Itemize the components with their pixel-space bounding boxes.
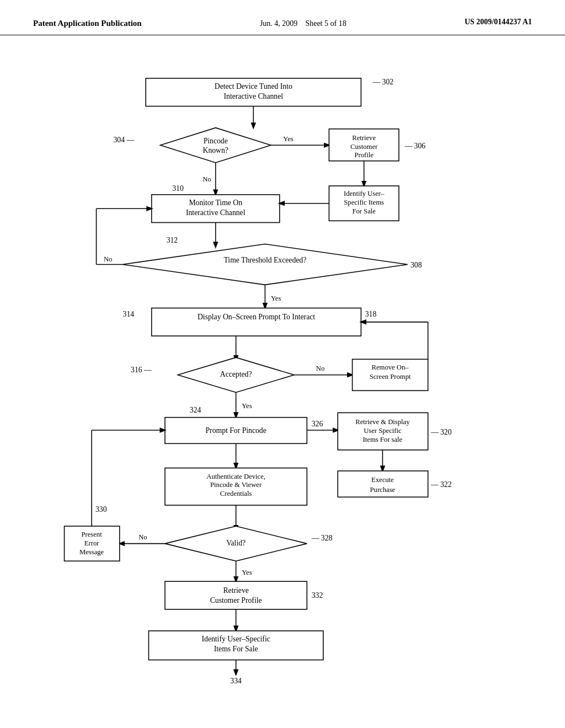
svg-text:304 —: 304 — bbox=[113, 136, 134, 144]
flowchart-svg: Detect Device Tuned Into Interactive Cha… bbox=[0, 46, 565, 686]
publication-date: Jun. 4, 2009 bbox=[260, 19, 297, 28]
svg-text:324: 324 bbox=[190, 406, 201, 414]
svg-text:— 322: — 322 bbox=[430, 480, 452, 489]
svg-text:332: 332 bbox=[312, 591, 323, 599]
svg-text:318: 318 bbox=[365, 310, 377, 318]
svg-text:Identify  User–: Identify User– bbox=[344, 190, 385, 197]
svg-text:Accepted?: Accepted? bbox=[220, 370, 252, 378]
svg-text:Specific  Items: Specific Items bbox=[344, 199, 384, 206]
svg-text:Remove  On–: Remove On– bbox=[372, 363, 409, 371]
svg-text:Interactive  Channel: Interactive Channel bbox=[223, 92, 283, 100]
svg-text:Known?: Known? bbox=[203, 146, 228, 154]
svg-text:Pincode: Pincode bbox=[204, 137, 228, 145]
svg-text:Display  On–Screen  Prompt  To: Display On–Screen Prompt To Interact bbox=[198, 313, 315, 321]
svg-text:Execute: Execute bbox=[371, 476, 394, 484]
svg-text:326: 326 bbox=[312, 420, 323, 428]
svg-text:— 302: — 302 bbox=[372, 78, 393, 86]
svg-text:310: 310 bbox=[172, 184, 184, 192]
svg-text:Authenticate  Device,: Authenticate Device, bbox=[206, 473, 265, 480]
svg-text:No: No bbox=[202, 175, 211, 183]
svg-text:For  Sale: For Sale bbox=[352, 207, 376, 215]
svg-text:Present: Present bbox=[81, 531, 102, 538]
svg-text:312: 312 bbox=[167, 236, 178, 244]
page-header: Patent Application Publication Jun. 4, 2… bbox=[0, 0, 565, 35]
svg-marker-5 bbox=[161, 128, 271, 163]
header-center: Jun. 4, 2009 Sheet 5 of 18 bbox=[260, 18, 347, 29]
patent-number: US 2009/0144237 A1 bbox=[465, 18, 532, 26]
svg-text:User  Specific: User Specific bbox=[364, 427, 402, 435]
svg-text:No: No bbox=[138, 533, 147, 541]
svg-text:Customer: Customer bbox=[350, 143, 378, 151]
svg-text:Interactive  Channel: Interactive Channel bbox=[186, 208, 246, 217]
diagram-area: Detect Device Tuned Into Interactive Cha… bbox=[0, 46, 565, 686]
header-left: Patent Application Publication bbox=[33, 18, 142, 29]
svg-text:Time  Threshold  Exceeded?: Time Threshold Exceeded? bbox=[223, 256, 306, 264]
svg-text:Prompt  For  Pincode: Prompt For Pincode bbox=[206, 426, 266, 435]
svg-text:Error: Error bbox=[84, 539, 99, 547]
svg-text:Items  For  Sale: Items For Sale bbox=[214, 645, 258, 653]
svg-text:Profile: Profile bbox=[354, 151, 374, 159]
svg-marker-30 bbox=[122, 244, 408, 285]
svg-text:Yes: Yes bbox=[283, 135, 293, 143]
svg-text:Purchase: Purchase bbox=[370, 486, 396, 494]
svg-text:— 328: — 328 bbox=[311, 534, 333, 542]
svg-text:Retrieve: Retrieve bbox=[223, 586, 248, 595]
svg-text:— 320: — 320 bbox=[430, 428, 452, 436]
svg-text:Identify  User–Specific: Identify User–Specific bbox=[201, 635, 270, 643]
svg-text:316 —: 316 — bbox=[131, 366, 152, 374]
svg-text:330: 330 bbox=[95, 505, 107, 513]
svg-text:Items  For  sale: Items For sale bbox=[363, 436, 403, 443]
svg-text:Detect  Device  Tuned  Into: Detect Device Tuned Into bbox=[215, 82, 292, 90]
header-right: US 2009/0144237 A1 bbox=[465, 18, 532, 26]
svg-text:— 306: — 306 bbox=[404, 142, 425, 150]
svg-text:Credentials: Credentials bbox=[220, 490, 252, 497]
svg-text:Retrieve: Retrieve bbox=[352, 134, 376, 142]
svg-text:334: 334 bbox=[230, 677, 242, 685]
svg-text:No: No bbox=[104, 255, 112, 263]
svg-text:Monitor  Time  On: Monitor Time On bbox=[189, 199, 242, 207]
svg-text:308: 308 bbox=[411, 261, 422, 269]
svg-text:Yes: Yes bbox=[271, 295, 281, 302]
svg-text:Customer  Profile: Customer Profile bbox=[210, 596, 262, 604]
svg-text:Valid?: Valid? bbox=[226, 539, 246, 547]
svg-text:314: 314 bbox=[123, 310, 135, 318]
svg-text:Yes: Yes bbox=[242, 402, 252, 410]
svg-rect-89 bbox=[165, 581, 307, 609]
svg-text:Message: Message bbox=[79, 548, 104, 556]
sheet-info: Sheet 5 of 18 bbox=[305, 19, 346, 28]
svg-text:No: No bbox=[316, 365, 324, 372]
publication-label: Patent Application Publication bbox=[33, 19, 142, 28]
svg-text:Retrieve  &  Display: Retrieve & Display bbox=[355, 418, 410, 426]
svg-text:Pincode  &  Viewer: Pincode & Viewer bbox=[210, 481, 262, 489]
svg-text:Screen  Prompt: Screen Prompt bbox=[370, 373, 411, 381]
svg-text:Yes: Yes bbox=[242, 569, 252, 576]
